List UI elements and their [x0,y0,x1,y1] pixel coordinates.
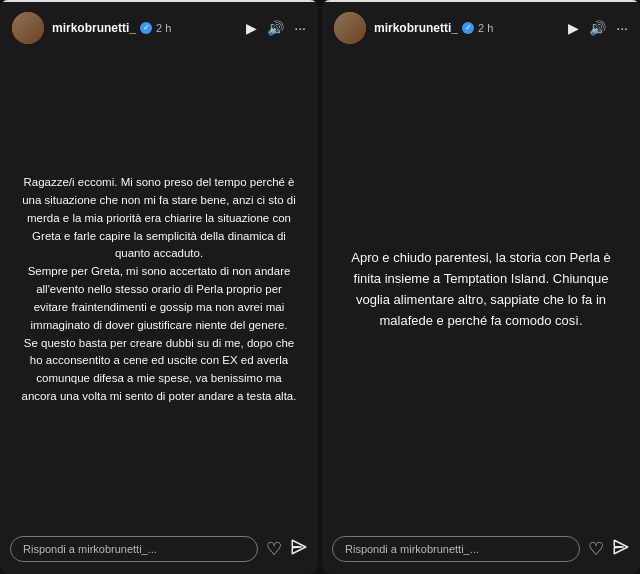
username-1: mirkobrunetti_ [52,21,136,35]
reply-input-2[interactable]: Rispondi a mirkobrunetti_... [332,536,580,562]
username-area-2: mirkobrunetti_ 2 h [374,21,560,35]
story-2-header: mirkobrunetti_ 2 h ▶ 🔊 ··· [322,2,640,52]
story-2-content: Apro e chiudo parentesi, la storia con P… [322,52,640,528]
story-1-header: mirkobrunetti_ 2 h ▶ 🔊 ··· [0,2,318,52]
story-2-text: Apro e chiudo parentesi, la storia con P… [342,248,620,331]
avatar-1 [12,12,44,44]
story-1-controls: ▶ 🔊 ··· [246,20,306,36]
reply-placeholder-2: Rispondi a mirkobrunetti_... [345,543,479,555]
story-2-footer: Rispondi a mirkobrunetti_... ♡ [322,528,640,574]
reply-input-1[interactable]: Rispondi a mirkobrunetti_... [10,536,258,562]
story-2: mirkobrunetti_ 2 h ▶ 🔊 ··· Apro e chiudo… [322,0,640,574]
more-icon-1[interactable]: ··· [294,20,306,36]
volume-icon-1[interactable]: 🔊 [267,20,284,36]
volume-icon-2[interactable]: 🔊 [589,20,606,36]
send-icon-2[interactable] [612,538,630,561]
verified-icon-2 [462,22,474,34]
play-icon-2[interactable]: ▶ [568,20,579,36]
story-1-content: Ragazze/i eccomi. Mi sono preso del temp… [0,52,318,528]
username-2: mirkobrunetti_ [374,21,458,35]
story-1-text: Ragazze/i eccomi. Mi sono preso del temp… [20,174,298,406]
story-2-controls: ▶ 🔊 ··· [568,20,628,36]
stories-container: mirkobrunetti_ 2 h ▶ 🔊 ··· Ragazze/i ecc… [0,0,640,574]
username-area-1: mirkobrunetti_ 2 h [52,21,238,35]
time-label-2: 2 h [478,22,493,34]
heart-icon-1[interactable]: ♡ [266,538,282,560]
svg-marker-0 [292,540,306,554]
avatar-2 [334,12,366,44]
story-1: mirkobrunetti_ 2 h ▶ 🔊 ··· Ragazze/i ecc… [0,0,318,574]
time-label-1: 2 h [156,22,171,34]
more-icon-2[interactable]: ··· [616,20,628,36]
avatar-1-img [12,12,44,44]
svg-marker-1 [614,540,628,554]
play-icon-1[interactable]: ▶ [246,20,257,36]
avatar-2-img [334,12,366,44]
verified-icon-1 [140,22,152,34]
story-1-footer: Rispondi a mirkobrunetti_... ♡ [0,528,318,574]
heart-icon-2[interactable]: ♡ [588,538,604,560]
send-icon-1[interactable] [290,538,308,561]
reply-placeholder-1: Rispondi a mirkobrunetti_... [23,543,157,555]
